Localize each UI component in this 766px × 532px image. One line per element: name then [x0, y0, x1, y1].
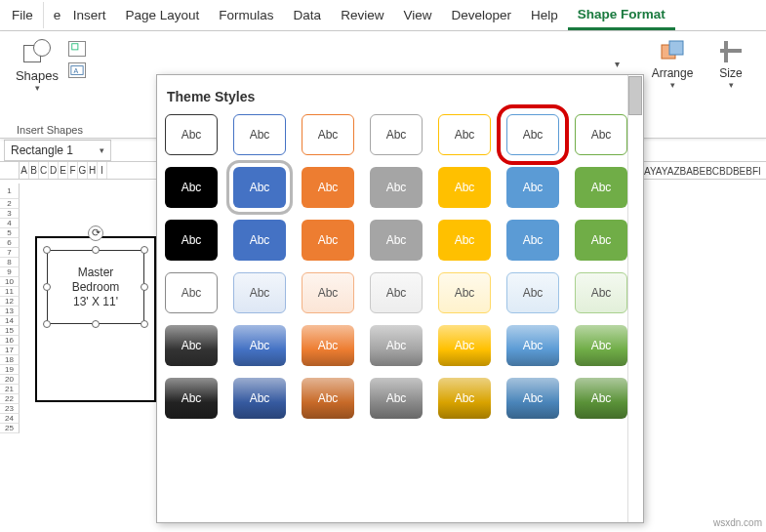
tab-help[interactable]: Help	[521, 2, 568, 28]
style-swatch[interactable]: Abc	[506, 167, 559, 208]
style-swatch[interactable]: Abc	[233, 272, 286, 313]
style-swatch[interactable]: Abc	[438, 325, 491, 366]
row-header[interactable]: 5	[0, 228, 20, 238]
row-header[interactable]: 13	[0, 307, 20, 316]
row-header[interactable]: 11	[0, 287, 20, 297]
name-box[interactable]: Rectangle 1 ▾	[4, 140, 111, 161]
row-header[interactable]: 16	[0, 336, 20, 346]
style-swatch[interactable]: Abc	[302, 378, 354, 419]
row-header[interactable]: 17	[0, 346, 20, 355]
style-swatch[interactable]: Abc	[165, 378, 218, 419]
text-box-icon[interactable]: A	[68, 62, 86, 78]
size-button[interactable]: Size ▾	[706, 35, 756, 90]
row-header[interactable]: 18	[0, 355, 20, 365]
resize-handle[interactable]	[43, 320, 51, 328]
style-swatch[interactable]: Abc	[575, 220, 627, 261]
row-header[interactable]: 20	[0, 375, 20, 385]
row-header[interactable]: 24	[0, 414, 20, 424]
style-swatch[interactable]: Abc	[506, 272, 559, 313]
style-swatch[interactable]: Abc	[165, 114, 218, 155]
style-swatch[interactable]: Abc	[165, 167, 218, 208]
style-swatch[interactable]: Abc	[370, 378, 423, 419]
row-header[interactable]: 19	[0, 365, 20, 375]
resize-handle[interactable]	[141, 246, 148, 254]
resize-handle[interactable]	[92, 320, 100, 328]
row-header[interactable]: 14	[0, 316, 20, 326]
style-swatch[interactable]: Abc	[233, 325, 286, 366]
row-header[interactable]: 6	[0, 238, 20, 248]
col-header[interactable]: C	[39, 162, 49, 179]
style-swatch[interactable]: Abc	[575, 325, 627, 366]
row-header[interactable]: 3	[0, 209, 20, 219]
tab-developer[interactable]: Developer	[441, 2, 521, 28]
rotate-handle-icon[interactable]: ⟳	[88, 225, 103, 241]
style-swatch[interactable]: Abc	[438, 220, 491, 261]
row-header[interactable]: 23	[0, 404, 20, 414]
tab-view[interactable]: View	[393, 2, 441, 28]
row-header[interactable]: 25	[0, 424, 20, 433]
resize-handle[interactable]	[43, 246, 51, 254]
row-header[interactable]: 22	[0, 394, 20, 404]
row-header[interactable]: 1	[0, 184, 20, 199]
style-swatch[interactable]: Abc	[575, 167, 627, 208]
row-header[interactable]: 10	[0, 277, 20, 287]
col-header[interactable]: G	[78, 162, 88, 179]
col-header[interactable]: F	[68, 162, 78, 179]
style-swatch[interactable]: Abc	[165, 220, 218, 261]
tab-home-partial[interactable]: e	[43, 2, 63, 28]
style-swatch[interactable]: Abc	[165, 272, 218, 313]
style-swatch[interactable]: Abc	[506, 220, 559, 261]
style-swatch[interactable]: Abc	[233, 378, 286, 419]
style-swatch[interactable]: Abc	[233, 220, 286, 261]
row-header[interactable]: 21	[0, 385, 20, 394]
selected-shape[interactable]: Master Bedroom 13' X 11' ⟳	[47, 250, 144, 324]
resize-handle[interactable]	[43, 283, 51, 291]
style-swatch[interactable]: Abc	[438, 272, 491, 313]
row-header[interactable]: 4	[0, 219, 20, 228]
row-header[interactable]: 8	[0, 258, 20, 267]
row-header[interactable]: 2	[0, 199, 20, 209]
style-swatch[interactable]: Abc	[438, 167, 491, 208]
tab-insert[interactable]: Insert	[63, 2, 116, 28]
style-swatch[interactable]: Abc	[438, 114, 491, 155]
resize-handle[interactable]	[141, 283, 148, 291]
style-swatch[interactable]: Abc	[233, 114, 286, 155]
col-header[interactable]: E	[59, 162, 68, 179]
style-swatch[interactable]: Abc	[575, 272, 627, 313]
col-header[interactable]: A	[20, 162, 29, 179]
style-swatch[interactable]: Abc	[438, 378, 491, 419]
arrange-button[interactable]: Arrange ▾	[647, 35, 698, 90]
style-swatch[interactable]: Abc	[575, 114, 627, 155]
col-header[interactable]: I	[98, 162, 107, 179]
col-header[interactable]: B	[29, 162, 39, 179]
style-swatch[interactable]: Abc	[233, 167, 286, 208]
edit-shape-icon[interactable]	[68, 41, 86, 57]
select-all-corner[interactable]	[0, 162, 20, 179]
shapes-button[interactable]: Shapes ▾	[10, 35, 64, 93]
tab-file[interactable]: File	[2, 2, 43, 28]
style-swatch[interactable]: Abc	[370, 325, 423, 366]
style-swatch[interactable]: Abc	[506, 378, 559, 419]
row-header[interactable]: 12	[0, 297, 20, 307]
styles-dropdown-icon[interactable]: ▾	[615, 59, 620, 69]
style-swatch[interactable]: Abc	[370, 114, 423, 155]
row-header[interactable]: 9	[0, 267, 20, 277]
gallery-scrollbar[interactable]	[627, 75, 643, 522]
col-header[interactable]: D	[49, 162, 59, 179]
style-swatch[interactable]: Abc	[370, 220, 423, 261]
style-swatch[interactable]: Abc	[506, 325, 559, 366]
row-header[interactable]: 15	[0, 326, 20, 336]
style-swatch[interactable]: Abc	[302, 325, 354, 366]
style-swatch[interactable]: Abc	[370, 167, 423, 208]
style-swatch[interactable]: Abc	[165, 325, 218, 366]
style-swatch[interactable]: Abc	[302, 167, 354, 208]
tab-formulas[interactable]: Formulas	[209, 2, 283, 28]
style-swatch[interactable]: Abc	[506, 114, 559, 155]
tab-shape-format[interactable]: Shape Format	[568, 1, 675, 30]
style-swatch[interactable]: Abc	[575, 378, 627, 419]
resize-handle[interactable]	[141, 320, 148, 328]
row-header[interactable]: 7	[0, 248, 20, 258]
resize-handle[interactable]	[92, 246, 100, 254]
style-swatch[interactable]: Abc	[302, 272, 354, 313]
tab-review[interactable]: Review	[331, 2, 393, 28]
